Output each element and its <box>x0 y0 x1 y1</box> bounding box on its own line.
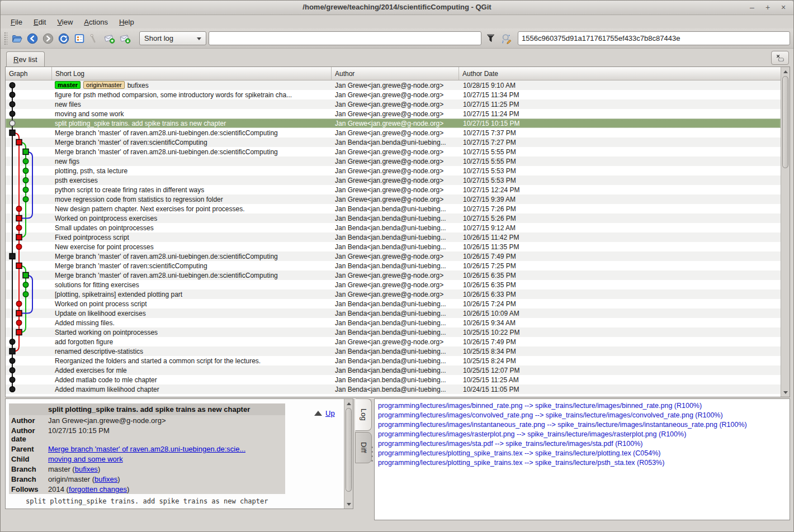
subject-text: Started working on pointprocesses <box>55 329 158 336</box>
table-row[interactable]: Added missing files.Jan Benda<jan.benda@… <box>6 318 781 327</box>
menu-edit[interactable]: Edit <box>28 17 51 27</box>
table-row[interactable]: New design pattern chapter. Next exercis… <box>6 204 781 213</box>
reload-icon <box>58 32 70 45</box>
table-row[interactable]: Merge branch 'master' of raven:scientifi… <box>6 261 781 270</box>
changed-file-line[interactable]: programming/lectures/images/sta.pdf --> … <box>378 439 790 449</box>
back-button[interactable] <box>25 31 40 46</box>
filter-button[interactable] <box>484 31 498 46</box>
table-row[interactable]: moving and some workJan Grewe<jan.grewe@… <box>6 109 781 118</box>
table-row[interactable]: Worked on point process scriptJan Benda<… <box>6 299 781 308</box>
table-row[interactable]: Reorganized the folders and started a co… <box>6 356 781 365</box>
tab-rev-list[interactable]: Rev list <box>6 51 45 66</box>
table-row[interactable]: Update on likelihood exercisesJan Benda<… <box>6 308 781 318</box>
table-row[interactable]: Small updates on pointprocessesJan Benda… <box>6 223 781 232</box>
detail-row: ParentMerge branch 'master' of raven.am2… <box>9 444 285 454</box>
column-header-short-log[interactable]: Short Log <box>52 67 332 80</box>
table-row[interactable]: Merge branch 'master' of raven.am28.uni-… <box>6 251 781 261</box>
side-tab-diff[interactable]: Diff <box>355 432 372 463</box>
menu-file[interactable]: File <box>5 17 28 27</box>
table-row[interactable]: Merge branch 'master' of raven.am28.uni-… <box>6 270 781 280</box>
details-scrollbar[interactable] <box>344 399 353 509</box>
column-header-author-date[interactable]: Author Date <box>459 67 781 80</box>
commit-message: split plotting_spike trains. add spike t… <box>6 497 353 505</box>
table-row[interactable]: New exercise for point processesJan Bend… <box>6 242 781 251</box>
changed-file-line[interactable]: programming/lectures/images/instantaneou… <box>378 420 790 430</box>
table-row[interactable]: Worked on pointprocess exercisesJan Bend… <box>6 213 781 223</box>
table-row[interactable]: solutions for fitting exercisesJan Grewe… <box>6 280 781 289</box>
table-row[interactable]: Fixed pointprocess scriptJan Benda<jan.b… <box>6 232 781 242</box>
table-row[interactable]: Added matlab code to mle chapterJan Bend… <box>6 375 781 384</box>
table-row[interactable]: Started working on pointprocessesJan Ben… <box>6 327 781 337</box>
detail-link[interactable]: moving and some work <box>48 455 123 463</box>
toolbar-drag-handle[interactable] <box>4 32 7 45</box>
up-link[interactable]: Up <box>325 409 335 417</box>
commit-details-panel: split plotting_spike trains. add spike t… <box>5 398 353 509</box>
table-row[interactable]: Merge branch 'master' of raven.am28.uni-… <box>6 128 781 137</box>
changed-file-line[interactable]: programming/lectures/images/convolved_ra… <box>378 411 790 420</box>
changed-file-line[interactable]: programming/lectures/images/rasterplot.p… <box>378 430 790 439</box>
changed-file-line[interactable]: programming/lectures/plotting_spike_trai… <box>378 449 790 458</box>
changed-file-line[interactable]: programming/lectures/plotting_spike_trai… <box>378 458 790 468</box>
table-row[interactable]: plotting, psth, sta lectureJan Grewe<jan… <box>6 166 781 175</box>
table-row[interactable]: Added exercises for mleJan Benda<jan.ben… <box>6 365 781 375</box>
detail-value: Merge branch 'master' of raven.am28.uni-… <box>48 445 245 453</box>
table-row[interactable]: python script to create firing rates in … <box>6 185 781 194</box>
save-patch-button[interactable] <box>102 31 117 46</box>
splitter-handle[interactable] <box>371 446 373 462</box>
changed-file-line[interactable]: programming/lectures/images/binned_rate.… <box>378 401 790 411</box>
table-row[interactable]: Merge branch 'master' of raven:scientifi… <box>6 137 781 147</box>
subject-text: bufixes <box>127 82 149 89</box>
open-repository-button[interactable] <box>10 31 24 46</box>
detach-view-icon <box>774 53 786 63</box>
table-row[interactable]: renamed descriptive-statisticsJan Benda<… <box>6 346 781 356</box>
date-cell: 10/27/15 7:27 PM <box>459 139 781 146</box>
table-row[interactable]: new filesJan Grewe<jan.grewe@g-node.org>… <box>6 99 781 109</box>
close-button[interactable]: × <box>779 2 788 12</box>
log-view-select[interactable]: Short log <box>139 31 206 45</box>
table-row[interactable]: psth exercisesJan Grewe<jan.grewe@g-node… <box>6 175 781 185</box>
scroll-down-arrow[interactable] <box>345 500 352 508</box>
search-input[interactable] <box>209 31 481 45</box>
table-row[interactable]: figure for psth method comparsion, some … <box>6 90 781 99</box>
reload-button[interactable] <box>56 31 71 46</box>
menu-actions[interactable]: Actions <box>78 17 114 27</box>
detail-link[interactable]: Merge branch 'master' of raven.am28.uni-… <box>48 445 245 453</box>
column-header-graph[interactable]: Graph <box>6 67 52 80</box>
side-tab-log[interactable]: Log <box>355 398 372 431</box>
detail-link[interactable]: bufixes <box>75 465 98 473</box>
table-row[interactable]: new figsJan Grewe<jan.grewe@g-node.org>1… <box>6 156 781 166</box>
table-row[interactable]: masterorigin/masterbufixesJan Grewe<jan.… <box>6 80 781 90</box>
scroll-up-arrow[interactable] <box>782 68 789 75</box>
scrollbar-thumb[interactable] <box>346 408 352 492</box>
detail-link[interactable]: bufixes <box>94 475 117 483</box>
table-row[interactable]: move regression code from statistics to … <box>6 194 781 204</box>
table-row[interactable]: Merge branch 'master' of raven.am28.uni-… <box>6 147 781 156</box>
table-row[interactable]: add forgotten figureJan Grewe<jan.grewe@… <box>6 337 781 346</box>
sha-input[interactable] <box>518 31 790 45</box>
forward-button[interactable] <box>41 31 55 46</box>
scroll-down-arrow[interactable] <box>782 388 789 396</box>
author-cell: Jan Grewe<jan.grewe@g-node.org> <box>332 101 459 108</box>
minimize-button[interactable]: – <box>748 2 757 12</box>
date-cell: 10/27/15 5:53 PM <box>459 167 781 175</box>
close-tab-button[interactable] <box>771 51 789 65</box>
highlight-search-button[interactable] <box>499 31 514 46</box>
date-cell: 10/27/15 11:34 PM <box>459 91 781 99</box>
menu-help[interactable]: Help <box>114 17 140 27</box>
menu-view[interactable]: View <box>51 17 78 27</box>
wand-button[interactable] <box>86 31 101 46</box>
column-header-author[interactable]: Author <box>332 67 459 80</box>
maximize-button[interactable]: + <box>763 2 772 12</box>
view-layout-icon <box>73 32 86 45</box>
table-row[interactable]: split plotting_spike trains. add spike t… <box>6 118 781 128</box>
detail-link[interactable]: forgotten changes <box>69 485 127 493</box>
toggle-view-button[interactable] <box>72 31 87 46</box>
date-cell: 10/27/15 11:24 PM <box>459 110 781 118</box>
table-row[interactable]: [plotting, spiketrains] extended plottin… <box>6 289 781 299</box>
table-row[interactable]: Added maximum likelihood chapterJan Bend… <box>6 384 781 394</box>
scroll-up-arrow[interactable] <box>345 400 352 407</box>
detail-value: 2014 (forgotten changes) <box>48 485 129 493</box>
rev-list-scrollbar[interactable] <box>781 67 790 397</box>
apply-patch-button[interactable] <box>118 31 133 46</box>
scrollbar-thumb[interactable] <box>782 76 788 168</box>
